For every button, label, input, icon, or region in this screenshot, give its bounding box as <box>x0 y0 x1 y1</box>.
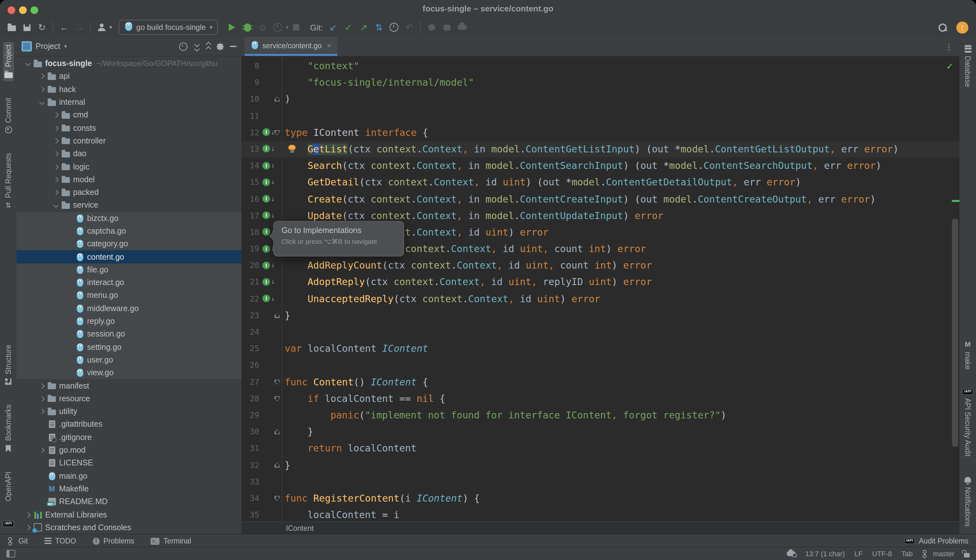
toolwindow-audit-problems[interactable]: /API Audit Problems <box>904 537 968 545</box>
stripe-structure[interactable]: Structure <box>3 342 13 388</box>
chevron-right-icon[interactable] <box>51 190 60 194</box>
run-icon[interactable] <box>225 20 240 35</box>
code-line[interactable]: 32} <box>241 457 959 473</box>
cloud-sync-icon[interactable] <box>454 20 470 35</box>
chevron-right-icon[interactable] <box>37 75 47 78</box>
code-line[interactable]: 29panic("implement not found for interfa… <box>241 407 959 423</box>
code-line[interactable]: 11 <box>241 108 959 124</box>
implementations-gutter-icon[interactable]: I <box>262 212 270 219</box>
tree-row[interactable]: hack <box>17 83 241 96</box>
chevron-down-icon[interactable] <box>23 62 32 65</box>
fold-marker-icon[interactable] <box>274 97 279 102</box>
forward-icon[interactable]: → <box>72 20 87 35</box>
coverage-icon[interactable]: ⊙ <box>255 20 271 35</box>
chevron-right-icon[interactable] <box>23 526 32 530</box>
tree-row[interactable]: category.go <box>17 237 241 250</box>
expand-all-icon[interactable] <box>195 42 199 50</box>
implementations-gutter-icon[interactable]: I <box>262 228 270 236</box>
tree-row[interactable]: controller <box>17 135 241 148</box>
locate-file-icon[interactable] <box>179 42 187 50</box>
toolwindow-git[interactable]: Git <box>8 537 28 545</box>
implementations-gutter-icon[interactable]: I <box>262 278 270 286</box>
goto-implementations-tooltip[interactable]: Go to Implementations Click or press ⌥⌘B… <box>273 221 404 257</box>
chevron-right-icon[interactable] <box>51 126 60 130</box>
history-icon[interactable] <box>386 20 401 35</box>
inspections-ok-icon[interactable]: ✓ <box>946 62 953 71</box>
intention-lightbulb-icon[interactable] <box>289 145 296 150</box>
tree-row[interactable]: go.mod <box>17 444 241 457</box>
stripe-api-security-audit[interactable]: /API API Security Audit <box>961 386 975 459</box>
chevron-right-icon[interactable] <box>37 397 47 401</box>
tree-row[interactable]: file.go <box>17 263 241 277</box>
code-line[interactable]: 21I↓AdoptReply(ctx context.Context, id u… <box>241 274 959 290</box>
back-icon[interactable]: ← <box>57 20 72 35</box>
chevron-right-icon[interactable] <box>51 139 60 143</box>
implementations-gutter-icon[interactable]: I <box>262 195 270 203</box>
implementations-gutter-icon[interactable]: I <box>262 262 270 269</box>
fold-marker-icon[interactable] <box>274 396 279 401</box>
code-line[interactable]: 28if localContent == nil { <box>241 390 959 407</box>
tree-row[interactable]: MMakefile <box>17 483 241 495</box>
stripe-project[interactable]: Project <box>3 42 13 81</box>
breadcrumb[interactable]: IContent <box>241 521 959 535</box>
tree-row[interactable]: user.go <box>17 353 241 367</box>
tree-row[interactable]: api <box>17 70 241 83</box>
git-push-icon[interactable]: ↗ <box>356 20 371 35</box>
stripe-openapi[interactable]: OpenAPI <box>3 469 13 504</box>
fold-marker-icon[interactable] <box>274 496 279 501</box>
tree-row[interactable]: cmd <box>17 108 241 122</box>
tree-row[interactable]: .gitignore <box>17 431 241 444</box>
tree-row[interactable]: content.go <box>17 250 241 263</box>
code-line[interactable]: 33 <box>241 473 959 490</box>
chevron-right-icon[interactable] <box>51 152 60 155</box>
tree-row[interactable]: External Libraries <box>17 508 241 521</box>
code-line[interactable]: 12I↓type IContent interface { <box>241 125 959 141</box>
tree-row[interactable]: logic <box>17 160 241 173</box>
window-layout-icon[interactable] <box>7 550 15 557</box>
code-line[interactable]: 16I↓Create(ctx context.Context, in model… <box>241 191 959 207</box>
code-line[interactable]: 35localContent = i <box>241 507 959 522</box>
tree-row[interactable]: bizctx.go <box>17 212 241 225</box>
code-line[interactable]: 13I↓GetList(ctx context.Context, in mode… <box>241 141 959 157</box>
stripe-notifications[interactable]: Notifications <box>963 473 973 530</box>
tree-row[interactable]: model <box>17 173 241 186</box>
code-line[interactable]: 8"context" <box>241 58 959 74</box>
tree-row[interactable]: utility <box>17 405 241 418</box>
code-line[interactable]: 22I↓UnacceptedReply(ctx context.Context,… <box>241 290 959 307</box>
tree-row[interactable]: dao <box>17 147 241 160</box>
code-line[interactable]: 9"focus-single/internal/model" <box>241 74 959 91</box>
tree-row[interactable]: README.MD <box>17 495 241 508</box>
git-branch-widget[interactable]: master <box>922 550 954 558</box>
user-account-icon[interactable] <box>94 20 109 35</box>
tree-row[interactable]: packed <box>17 186 241 199</box>
stripe-bookmarks[interactable]: Bookmarks <box>3 402 13 455</box>
tree-row[interactable]: middleware.go <box>17 302 241 315</box>
tab-options-kebab-icon[interactable]: ⋮ <box>945 42 959 51</box>
profiler-icon[interactable] <box>271 20 286 35</box>
code-line[interactable]: 26 <box>241 357 959 373</box>
toolwindow-problems[interactable]: ! Problems <box>92 537 134 545</box>
tab-close-icon[interactable]: × <box>327 41 331 50</box>
fold-marker-icon[interactable] <box>274 429 279 434</box>
chevron-down-icon[interactable] <box>37 100 47 104</box>
chevron-right-icon[interactable] <box>51 178 60 182</box>
git-fetch-icon[interactable]: ⇅ <box>371 20 386 35</box>
chevron-right-icon[interactable] <box>23 513 32 517</box>
chevron-right-icon[interactable] <box>51 113 60 117</box>
code-line[interactable]: 30} <box>241 423 959 440</box>
code-line[interactable]: 25var localContent IContent <box>241 340 959 357</box>
chevron-right-icon[interactable] <box>37 448 47 452</box>
rollback-icon[interactable]: ↶ <box>401 20 417 35</box>
tree-row[interactable]: menu.go <box>17 289 241 302</box>
stripe-commit[interactable]: Commit <box>3 95 13 137</box>
code-line[interactable]: 27func Content() IContent { <box>241 373 959 390</box>
code-line[interactable]: 10) <box>241 91 959 108</box>
tree-row[interactable]: main.go <box>17 470 241 483</box>
open-icon[interactable] <box>4 20 19 35</box>
project-view-caret[interactable]: ▾ <box>64 43 67 50</box>
toolwindow-terminal[interactable]: >_ Terminal <box>151 537 191 545</box>
stripe-api-badge[interactable]: /API <box>2 518 15 530</box>
tree-row[interactable]: session.go <box>17 328 241 341</box>
run-configuration-select[interactable]: go build focus-single ▾ <box>119 20 218 35</box>
search-icon[interactable] <box>935 20 950 35</box>
